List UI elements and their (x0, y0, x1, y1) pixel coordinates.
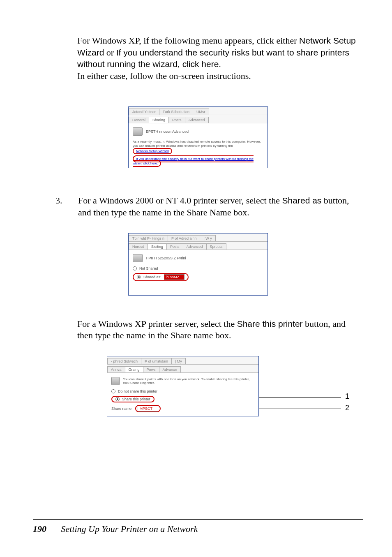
callout-line-1 (259, 397, 341, 398)
figure-3-wrap: - phred Sidwech P of umstidain | My Annv… (107, 356, 353, 416)
tab: | W y (200, 235, 215, 241)
link-security-risks: If you understand the security risks but… (133, 155, 254, 167)
share-name-label: Share name: (111, 407, 133, 411)
printer-name: EPSTH nncoon Advanced (146, 129, 189, 134)
dialog-1-tabs-row2: General Sharing Posts Advanced (129, 115, 267, 123)
tab: Noresd (129, 243, 148, 250)
radio-icon (133, 266, 137, 270)
tab: Advanced (183, 243, 207, 250)
tab: Posts (166, 243, 183, 250)
link-network-setup-wizard: Network Setup Wizard (133, 148, 172, 155)
radio-label: Shared as: (143, 275, 161, 279)
radio-shared-as: Shared as: in ooMZ (133, 273, 189, 281)
radio-do-not-share: Do not share this printer (111, 389, 254, 393)
radio-label: Not Shared (139, 266, 158, 270)
para3-text-b: Share this printer (237, 319, 303, 328)
tab: | My (171, 358, 186, 364)
paragraph-3: For a Windows XP printer server, select … (77, 318, 363, 342)
callout-1: 1 (345, 392, 349, 401)
page-number: 190 (33, 524, 46, 534)
tab: Tpin wld P- Hings n (129, 235, 168, 241)
tab: Advanced (185, 117, 209, 123)
dialog-1-body: EPSTH nncoon Advanced As a recently moos… (129, 123, 267, 168)
tab: - phred Sidwech (107, 358, 141, 364)
radio-icon (111, 389, 115, 393)
tab-active: Graing (125, 366, 143, 372)
dialog-2-tabs-row2: Noresd Sisiting Posts Advanced Sprouts (129, 242, 267, 250)
para1-text-c: or (104, 47, 116, 58)
dialog-3-tabs-row2: Annva Graing Pows Advanon (107, 365, 258, 373)
radio-label: Share this printer (122, 397, 150, 401)
tab: General (129, 117, 149, 123)
dialog-2-body: HPn H 525205S Z Fvrini Not Shared Shared… (129, 250, 267, 295)
radio-share-this-printer: Share this printer (111, 396, 154, 402)
tab: Annva (107, 366, 125, 372)
tab: Advanon (159, 366, 181, 372)
dialog-1: Jotond Yoltnor Fork Stibotiution UMsr Ge… (128, 106, 268, 168)
tab: UMsr (193, 109, 209, 115)
step3-text-a: For a Windows 2000 or NT 4.0 printer ser… (78, 195, 282, 206)
tab: Sprouts (206, 243, 226, 250)
printer-name: HPn H 525205S Z Fvrini (146, 256, 186, 260)
tab: Jotond Yoltnor (129, 109, 159, 115)
para1-text-a: For Windows XP, if the following menu ap… (77, 35, 299, 46)
printer-icon (111, 377, 120, 385)
step-number: 3. (55, 195, 62, 207)
dialog-2: Tpin wld P- Hings n P of Adred alnn | W … (128, 233, 268, 296)
para3-text-a: For a Windows XP printer server, select … (77, 319, 237, 329)
paragraph-1: For Windows XP, if the following menu ap… (77, 35, 363, 82)
dialog-3: - phred Sidwech P of umstidain | My Annv… (107, 356, 259, 416)
share-name-input: MPSCT (138, 406, 158, 411)
radio-label: Do not share this printer (118, 389, 157, 393)
para1-text-d: If you understand the security risks but… (77, 48, 349, 69)
callout-line-2 (259, 409, 341, 409)
radio-icon (115, 397, 120, 401)
dialog-1-tabs-row1: Jotond Yoltnor Fork Stibotiution UMsr (129, 107, 267, 115)
share-name-input: in ooMZ (164, 274, 184, 280)
tab: P of umstidain (141, 358, 172, 364)
step3-text-b: Shared as (282, 196, 322, 205)
tab: Posts (168, 117, 185, 123)
tab: P of Adred alnn (168, 235, 200, 241)
dialog-3-tabs-row1: - phred Sidwech P of umstidain | My (107, 356, 258, 365)
share-name-row: Share name: MPSCT (111, 405, 254, 412)
dialog-3-body: You can share it points with one icon on… (107, 373, 258, 416)
tab: Pows (143, 366, 159, 372)
tab-active: Sharing (149, 117, 169, 123)
radio-not-shared: Not Shared (133, 266, 263, 270)
printer-icon (133, 254, 143, 262)
dialog-2-tabs-row1: Tpin wld P- Hings n P of Adred alnn | W … (129, 233, 267, 242)
callout-2: 2 (345, 404, 349, 412)
radio-icon (137, 275, 141, 279)
printer-icon (133, 127, 143, 136)
dialog-1-text: As a recently moos, n, Windows has disab… (133, 140, 263, 154)
tab-active: Sisiting (148, 243, 167, 250)
para1-text-e: In either case, follow the on-screen ins… (77, 71, 251, 81)
step-3: 3. For a Windows 2000 or NT 4.0 printer … (78, 195, 363, 218)
footer-title: Setting Up Your Printer on a Network (61, 524, 198, 534)
page-footer: 190 Setting Up Your Printer on a Network (33, 519, 363, 534)
tab: Fork Stibotiution (159, 109, 193, 115)
dialog-3-text: You can share it points with one icon on… (123, 377, 254, 385)
